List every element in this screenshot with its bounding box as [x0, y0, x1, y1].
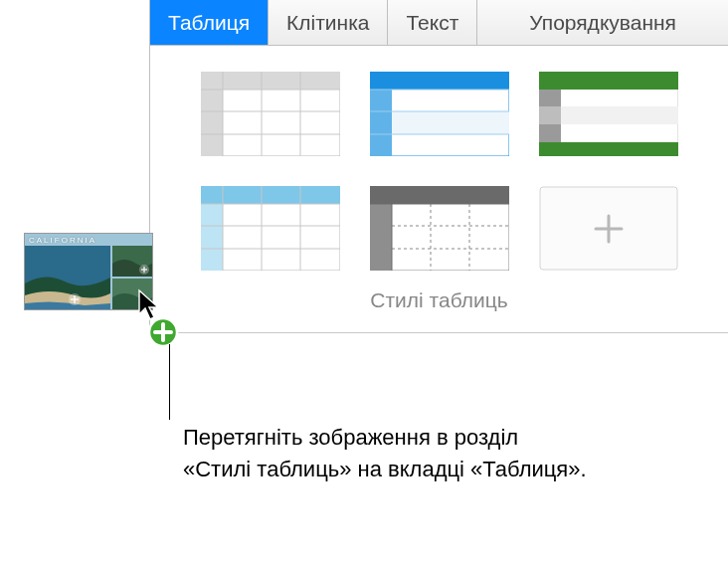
svg-rect-25	[201, 204, 223, 271]
svg-rect-24	[201, 186, 340, 204]
drag-image-thumbnail[interactable]: CALIFORNIA	[24, 233, 153, 310]
caption-line-1: Перетягніть зображення в розділ	[183, 425, 518, 450]
callout-caption: Перетягніть зображення в розділ «Стилі т…	[183, 422, 587, 485]
table-style-add[interactable]	[539, 186, 678, 271]
svg-rect-34	[370, 204, 392, 271]
table-style-blue[interactable]	[370, 72, 509, 156]
table-styles-label: Стилі таблиць	[180, 288, 698, 312]
tab-text[interactable]: Текст	[388, 0, 477, 45]
table-style-gray[interactable]	[201, 72, 340, 156]
svg-rect-12	[392, 111, 509, 134]
svg-rect-10	[370, 72, 509, 90]
svg-rect-19	[539, 90, 561, 106]
inspector-panel: Таблиця Клітинка Текст Упорядкування	[149, 0, 728, 333]
add-plus-icon	[147, 316, 179, 352]
thumbnail-title: CALIFORNIA	[29, 236, 96, 245]
svg-rect-22	[561, 106, 678, 124]
table-styles-grid	[180, 72, 698, 271]
inspector-tabs: Таблиця Клітинка Текст Упорядкування	[150, 0, 728, 46]
table-styles-section: Стилі таблиць	[150, 46, 728, 333]
table-style-darkgray[interactable]	[370, 186, 509, 271]
svg-rect-18	[539, 142, 678, 156]
svg-rect-17	[539, 72, 678, 90]
svg-rect-33	[370, 186, 509, 204]
svg-rect-11	[370, 90, 392, 156]
table-style-green[interactable]	[539, 72, 678, 156]
caption-line-2: «Стилі таблиць» на вкладці «Таблиця».	[183, 457, 587, 481]
svg-rect-2	[201, 72, 223, 156]
tab-arrange[interactable]: Упорядкування	[477, 0, 728, 45]
svg-rect-21	[539, 124, 561, 142]
tab-table[interactable]: Таблиця	[150, 0, 269, 45]
svg-rect-20	[539, 106, 561, 124]
callout-leader-line	[169, 344, 170, 420]
tab-cell[interactable]: Клітинка	[269, 0, 388, 45]
table-style-lightblue[interactable]	[201, 186, 340, 271]
